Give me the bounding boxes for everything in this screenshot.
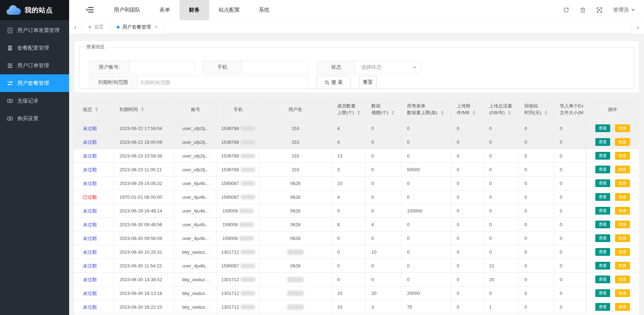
sort-icon[interactable] bbox=[141, 107, 144, 111]
page-tab-1[interactable]: 首页 bbox=[82, 20, 110, 33]
sort-icon[interactable] bbox=[545, 111, 547, 115]
status-text[interactable]: 未过期 bbox=[83, 153, 97, 159]
fullscreen-icon[interactable] bbox=[596, 7, 602, 13]
redacted-phone bbox=[241, 181, 255, 186]
promo-button[interactable]: 优惠 bbox=[615, 221, 630, 228]
action-buttons: 查看优惠 bbox=[586, 193, 639, 201]
status-text[interactable]: 未过期 bbox=[83, 180, 97, 187]
promo-button[interactable]: 优惠 bbox=[615, 179, 630, 187]
status-text[interactable]: 未过期 bbox=[83, 166, 97, 173]
status-cell: 未过期 bbox=[74, 245, 114, 259]
sidebar-item-6[interactable]: 购买设置 bbox=[0, 110, 69, 127]
username-cell: 153 bbox=[260, 163, 332, 177]
status-text[interactable]: 未过期 bbox=[83, 276, 97, 283]
sort-icon[interactable] bbox=[508, 111, 511, 115]
phone-input[interactable] bbox=[242, 61, 308, 74]
topnav-tab-4[interactable]: 站点配置 bbox=[209, 0, 249, 20]
view-button[interactable]: 查看 bbox=[595, 276, 610, 283]
view-button[interactable]: 查看 bbox=[595, 124, 610, 132]
user-menu[interactable]: 管理员 bbox=[613, 7, 635, 13]
sort-icon[interactable] bbox=[357, 111, 360, 115]
cell-value: 0 bbox=[457, 276, 459, 283]
view-button[interactable]: 查看 bbox=[595, 152, 610, 160]
close-icon[interactable]: ✕ bbox=[154, 24, 158, 30]
cell-value: 0 bbox=[560, 221, 562, 228]
cell-value: 0 bbox=[407, 276, 409, 283]
status-text[interactable]: 未过期 bbox=[83, 249, 97, 255]
status-text[interactable]: 未过期 bbox=[83, 221, 97, 228]
table-row: 未过期2023-06-22 18:00:09user_ufp2tj...1536… bbox=[74, 135, 639, 149]
status-text[interactable]: 未过期 bbox=[83, 262, 97, 269]
sort-icon[interactable] bbox=[95, 107, 98, 111]
view-button[interactable]: 查看 bbox=[595, 193, 610, 201]
view-button[interactable]: 查看 bbox=[595, 303, 610, 311]
actions-cell: 查看优惠 bbox=[586, 300, 639, 314]
account-input[interactable] bbox=[129, 61, 195, 74]
search-button[interactable]: 搜 索 bbox=[317, 76, 351, 89]
status-text[interactable]: 已过期 bbox=[83, 194, 97, 200]
sidebar-item-4[interactable]: 用户套餐管理 bbox=[0, 74, 69, 92]
promo-button[interactable]: 优惠 bbox=[615, 166, 630, 173]
view-button[interactable]: 查看 bbox=[595, 221, 610, 228]
chevron-right-icon[interactable]: › bbox=[631, 20, 644, 33]
value-cell: 4 bbox=[332, 122, 366, 135]
view-button[interactable]: 查看 bbox=[595, 179, 610, 187]
view-button[interactable]: 查看 bbox=[595, 207, 610, 215]
promo-button[interactable]: 优惠 bbox=[615, 234, 630, 242]
view-button[interactable]: 查看 bbox=[595, 166, 610, 173]
promo-button[interactable]: 优惠 bbox=[615, 276, 630, 283]
chevron-left-icon[interactable]: ‹ bbox=[69, 20, 82, 33]
status-cell: 未过期 bbox=[74, 163, 114, 177]
topnav-tab-2[interactable]: 表单 bbox=[150, 0, 180, 20]
topnav-tab-1[interactable]: 用户和团队 bbox=[104, 0, 150, 20]
cell-value: 0 bbox=[524, 125, 527, 132]
col-header-text: 账号 bbox=[175, 106, 217, 113]
status-text[interactable]: 未过期 bbox=[83, 208, 97, 214]
sidebar-item-3[interactable]: 用户订单管理 bbox=[0, 57, 69, 74]
promo-button[interactable]: 优惠 bbox=[615, 262, 630, 270]
promo-button[interactable]: 优惠 bbox=[615, 289, 630, 297]
trash-icon[interactable] bbox=[580, 7, 586, 13]
refresh-icon[interactable] bbox=[563, 7, 569, 13]
sidebar-item-1[interactable]: 用户订单发票管理 bbox=[0, 21, 69, 39]
status-cell: 未过期 bbox=[74, 135, 114, 149]
view-button[interactable]: 查看 bbox=[595, 138, 610, 146]
brand[interactable]: 我的站点 bbox=[0, 0, 69, 20]
page-tab-2[interactable]: 用户套餐管理✕ bbox=[110, 20, 165, 33]
col-header-text: 时间(天) bbox=[519, 109, 554, 116]
status-text[interactable]: 未过期 bbox=[83, 235, 97, 242]
collapse-menu-icon[interactable] bbox=[86, 6, 95, 14]
view-button[interactable]: 查看 bbox=[595, 234, 610, 242]
promo-button[interactable]: 优惠 bbox=[615, 303, 630, 311]
promo-button[interactable]: 优惠 bbox=[615, 248, 630, 256]
value-cell: 0 bbox=[451, 204, 484, 218]
promo-button[interactable]: 优惠 bbox=[615, 124, 630, 132]
status-text[interactable]: 未过期 bbox=[83, 304, 97, 310]
view-button[interactable]: 查看 bbox=[595, 289, 610, 297]
sort-icon[interactable] bbox=[441, 111, 444, 115]
promo-button[interactable]: 优惠 bbox=[615, 193, 630, 201]
account: bby_xwduz... bbox=[182, 276, 209, 283]
promo-button[interactable]: 优惠 bbox=[615, 152, 630, 160]
promo-button[interactable]: 优惠 bbox=[615, 207, 630, 215]
topnav-tab-5[interactable]: 系统 bbox=[249, 0, 279, 20]
tab-dot-icon bbox=[89, 26, 91, 29]
status-text[interactable]: 未过期 bbox=[83, 139, 97, 146]
cell-value: 0 bbox=[407, 125, 409, 132]
reset-button[interactable]: 重置 bbox=[359, 76, 377, 89]
topnav-tab-3[interactable]: 财务 bbox=[180, 0, 209, 20]
sidebar-item-2[interactable]: 套餐配置管理 bbox=[0, 39, 69, 57]
sort-icon[interactable] bbox=[391, 111, 394, 115]
chevron-down-icon bbox=[413, 67, 417, 69]
topnav-tab-label: 系统 bbox=[259, 7, 269, 13]
sidebar-item-5[interactable]: 充值记录 bbox=[0, 92, 69, 110]
view-button[interactable]: 查看 bbox=[595, 248, 610, 256]
status-text[interactable]: 未过期 bbox=[83, 125, 97, 132]
sort-icon[interactable] bbox=[473, 111, 475, 115]
date-range-input[interactable] bbox=[137, 76, 308, 89]
value-cell: 10 bbox=[332, 300, 366, 314]
status-text[interactable]: 未过期 bbox=[83, 290, 97, 297]
status-select[interactable]: -选择状态- bbox=[355, 61, 421, 74]
promo-button[interactable]: 优惠 bbox=[615, 138, 630, 146]
view-button[interactable]: 查看 bbox=[595, 262, 610, 270]
